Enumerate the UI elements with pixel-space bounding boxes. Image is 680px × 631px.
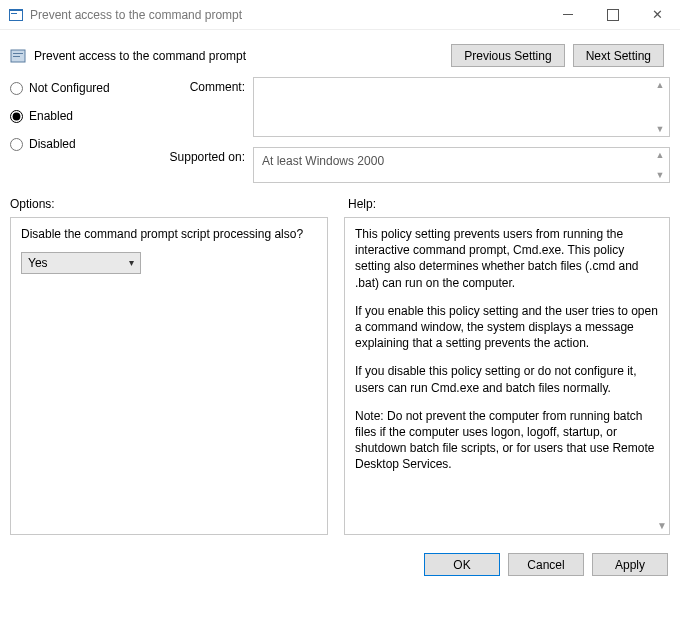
policy-icon — [10, 48, 26, 64]
radio-disabled-label: Disabled — [29, 137, 76, 151]
scroll-down-icon: ▼ — [652, 123, 668, 135]
scroll-up-icon: ▲ — [652, 149, 668, 161]
help-paragraph: Note: Do not prevent the computer from r… — [355, 408, 659, 473]
svg-rect-1 — [10, 11, 22, 20]
window-title: Prevent access to the command prompt — [30, 8, 545, 22]
apply-button[interactable]: Apply — [592, 553, 668, 576]
scroll-down-icon: ▼ — [652, 169, 668, 181]
radio-enabled[interactable]: Enabled — [10, 109, 150, 123]
cancel-button[interactable]: Cancel — [508, 553, 584, 576]
svg-rect-5 — [13, 56, 20, 57]
policy-title: Prevent access to the command prompt — [34, 49, 451, 63]
option-question: Disable the command prompt script proces… — [21, 226, 317, 242]
next-setting-button[interactable]: Next Setting — [573, 44, 664, 67]
dialog-footer: OK Cancel Apply — [0, 543, 680, 584]
radio-not-configured-label: Not Configured — [29, 81, 110, 95]
help-paragraph: If you enable this policy setting and th… — [355, 303, 659, 352]
state-radios: Not Configured Enabled Disabled — [10, 77, 150, 183]
supported-label: Supported on: — [160, 147, 245, 164]
option-dropdown[interactable]: Yes ▾ — [21, 252, 141, 274]
app-icon — [8, 7, 24, 23]
options-heading: Options: — [10, 197, 328, 211]
previous-setting-button[interactable]: Previous Setting — [451, 44, 564, 67]
comment-scrollbar[interactable]: ▲ ▼ — [652, 79, 668, 135]
help-heading: Help: — [348, 197, 376, 211]
supported-scrollbar[interactable]: ▲ ▼ — [652, 149, 668, 181]
supported-on-value: At least Windows 2000 — [254, 148, 669, 174]
titlebar: Prevent access to the command prompt — [0, 0, 680, 30]
options-panel: Disable the command prompt script proces… — [10, 217, 328, 535]
radio-disabled-input[interactable] — [10, 138, 23, 151]
help-paragraph: If you disable this policy setting or do… — [355, 363, 659, 395]
help-panel: This policy setting prevents users from … — [344, 217, 670, 535]
maximize-button[interactable] — [590, 0, 635, 30]
chevron-down-icon: ▾ — [129, 256, 134, 270]
radio-enabled-input[interactable] — [10, 110, 23, 123]
comment-label: Comment: — [160, 77, 245, 94]
scroll-down-icon[interactable]: ▼ — [657, 519, 667, 533]
svg-rect-4 — [13, 53, 23, 54]
radio-disabled[interactable]: Disabled — [10, 137, 150, 151]
radio-not-configured-input[interactable] — [10, 82, 23, 95]
supported-on-box: At least Windows 2000 ▲ ▼ — [253, 147, 670, 183]
radio-enabled-label: Enabled — [29, 109, 73, 123]
close-button[interactable] — [635, 0, 680, 30]
help-paragraph: This policy setting prevents users from … — [355, 226, 659, 291]
minimize-button[interactable] — [545, 0, 590, 30]
ok-button[interactable]: OK — [424, 553, 500, 576]
option-dropdown-value: Yes — [28, 255, 48, 271]
radio-not-configured[interactable]: Not Configured — [10, 81, 150, 95]
comment-input[interactable]: ▲ ▼ — [253, 77, 670, 137]
svg-rect-2 — [11, 13, 17, 14]
scroll-up-icon: ▲ — [652, 79, 668, 91]
